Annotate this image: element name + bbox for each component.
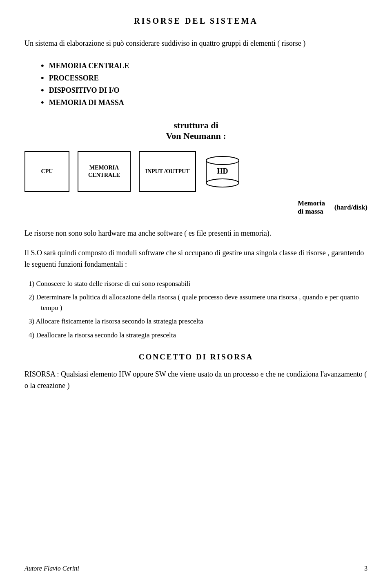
numbered-item-2: 2) Determinare la politica di allocazion… [29,292,368,313]
numbered-item-3: 3) Allocare fisicamente la risorsa secon… [29,316,368,327]
list-item-memoria-massa: MEMORIA DI MASSA [41,97,368,108]
io-label: INPUT /OUTPUT [145,168,189,175]
footer-author: Autore Flavio Cerini [24,565,79,572]
memoria-item: MEMORIACENTRALE [78,151,131,192]
hd-item: HD [204,153,241,190]
footer-page: 3 [364,565,368,572]
io-item: INPUT /OUTPUT [139,151,196,192]
memoria-label: MEMORIACENTRALE [88,164,120,179]
harddisk-text: (hard/disk) [329,203,368,212]
concetto-title: CONCETTO DI RISORSA [24,352,368,361]
numbered-item-1: 1) Conoscere lo stato delle risorse di c… [29,279,368,289]
diagram-bottom-row: Memoriadi massa (hard/disk) [24,196,368,216]
page-title: RISORSE DEL SISTEMA [24,16,368,26]
cpu-label: CPU [41,168,53,175]
massa-text: Memoriadi massa [298,199,325,216]
svg-point-1 [206,179,239,187]
list-item-dispositivo: DISPOSITIVO DI I/O [41,85,368,96]
risorsa-text: RISORSA : Qualsiasi elemento HW oppure S… [24,369,368,392]
svg-point-2 [206,156,239,165]
massa-label: Memoriadi massa (hard/disk) [298,199,368,216]
cpu-box: CPU [24,151,69,192]
svg-text:HD: HD [217,167,228,175]
numbered-item-4: 4) Deallocare la risorsa secondo la stra… [29,330,368,341]
le-risorse-text: Le risorse non sono solo hardware ma anc… [24,228,368,239]
diagram-main-row: CPU MEMORIACENTRALE INPUT /OUTPUT [24,151,368,192]
hd-cylinder: HD [204,153,241,190]
diagram-wrapper: CPU MEMORIACENTRALE INPUT /OUTPUT [24,151,368,216]
list-item-memoria-centrale: MEMORIA CENTRALE [41,60,368,71]
footer: Autore Flavio Cerini 3 [24,565,368,572]
struttura-label: struttura di Von Neumann : [24,120,368,141]
il-so-text: Il S.O sarà quindi composto di moduli so… [24,248,368,270]
io-box: INPUT /OUTPUT [139,151,196,192]
bullet-list: MEMORIA CENTRALE PROCESSORE DISPOSITIVO … [41,60,368,108]
cpu-item: CPU [24,151,69,192]
memoria-box: MEMORIACENTRALE [78,151,131,192]
list-item-processore: PROCESSORE [41,73,368,83]
intro-text: Un sistema di elaborazione si può consid… [24,38,368,49]
numbered-list: 1) Conoscere lo stato delle risorse di c… [29,279,368,341]
